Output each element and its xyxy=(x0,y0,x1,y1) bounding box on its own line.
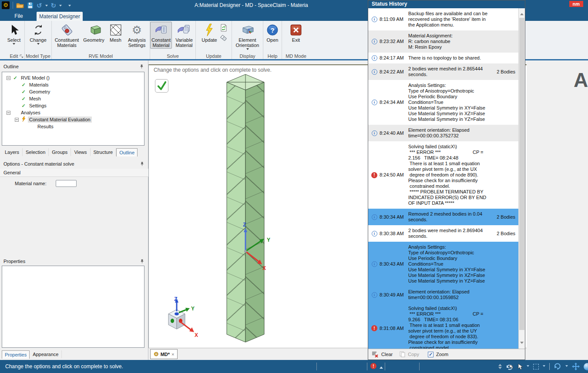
pin-icon[interactable] xyxy=(140,161,144,167)
error-icon: ! xyxy=(371,325,377,331)
mesh-button[interactable]: Mesh xyxy=(107,22,124,43)
rotate-view-icon[interactable] xyxy=(554,363,561,370)
constant-material-button[interactable]: Constant Material xyxy=(150,22,172,49)
undo-icon[interactable]: ↺ xyxy=(37,2,42,9)
app-logo-icon[interactable]: ⚙ xyxy=(2,1,10,9)
rve-model-view: Z Y X Z Y X xyxy=(149,65,369,348)
info-icon: i xyxy=(372,292,377,298)
eraser-icon[interactable] xyxy=(220,34,228,42)
status-entry[interactable]: i8:30:38 AM2 bodies were meshed in 2.869… xyxy=(368,225,518,242)
ribbon-group-display: Element Orientation Display xyxy=(232,21,263,59)
chevron-down-icon xyxy=(37,43,40,46)
units-badge: nm xyxy=(569,1,584,7)
tree-item[interactable]: ✓Settings xyxy=(2,102,144,109)
bottom-tab-appearance[interactable]: Appearance xyxy=(30,350,62,358)
dialog-launcher-icon[interactable] xyxy=(20,54,24,58)
status-entry[interactable]: i8:30:43 AMAnalysis Settings: Type of An… xyxy=(368,242,518,286)
undo-selection-icon[interactable] xyxy=(506,363,514,370)
document-tab-md[interactable]: ⚙ MD* × xyxy=(150,349,178,359)
tree-item[interactable]: Constant Material Evaluation xyxy=(2,116,144,123)
error-expand-icon[interactable] xyxy=(380,365,383,369)
check-icon: ✓ xyxy=(20,103,27,109)
undo-dropdown-icon[interactable] xyxy=(45,5,48,8)
client-background: An xyxy=(527,60,588,360)
spinner-icon[interactable] xyxy=(498,362,502,371)
y-axis-label: Y xyxy=(191,306,195,312)
chevron-down-icon[interactable] xyxy=(565,365,568,368)
tree-item[interactable]: ✓RVE Model () xyxy=(2,74,144,81)
element-orientation-button[interactable]: Element Orientation xyxy=(233,22,262,52)
save-icon[interactable] xyxy=(27,2,34,9)
tree-item[interactable]: ✓Mesh xyxy=(2,95,144,102)
divider xyxy=(385,363,385,370)
scroll-up-icon[interactable] xyxy=(520,11,524,15)
status-entry[interactable]: i8:30:49 AMElement orientation: Elapsed … xyxy=(368,286,518,303)
status-entry[interactable]: i8:24:40 AMElement orientation: Elapsed … xyxy=(368,125,518,141)
meshed-column[interactable] xyxy=(227,74,264,342)
geometry-button[interactable]: Geometry xyxy=(82,22,106,43)
entry-time: 8:30:38 AM xyxy=(380,231,408,236)
status-history-scrollbar[interactable] xyxy=(518,8,525,349)
variable-material-button[interactable]: Variable Material xyxy=(173,22,195,49)
panel-tab-layers[interactable]: Layers xyxy=(2,148,23,156)
material-name-input[interactable] xyxy=(56,180,77,187)
tree-expander-icon[interactable] xyxy=(7,111,10,115)
zoom-checkbox-label[interactable]: Zoom xyxy=(436,352,448,357)
scroll-thumb[interactable] xyxy=(519,18,524,330)
x-axis-label: X xyxy=(262,265,266,271)
help-open-button[interactable]: ? Open xyxy=(264,22,281,43)
status-entry[interactable]: i8:11:09 AMBackup files are available an… xyxy=(368,8,518,30)
status-entry[interactable]: !8:31:08 AMSolving failed (staticX\) ***… xyxy=(368,303,518,349)
tree-item[interactable]: Results xyxy=(2,123,144,130)
box-select-icon[interactable] xyxy=(533,364,539,370)
zoom-sphere-icon[interactable] xyxy=(584,363,588,370)
panel-tab-views[interactable]: Views xyxy=(71,148,90,156)
panel-tab-groups[interactable]: Groups xyxy=(49,148,71,156)
exit-button[interactable]: Exit xyxy=(286,22,306,43)
refresh-document-icon[interactable] xyxy=(220,24,228,32)
tree-expander-icon[interactable] xyxy=(15,118,19,122)
tree-item[interactable]: ✓Materials xyxy=(2,81,144,88)
select-button[interactable]: Select xyxy=(4,22,24,47)
close-tab-icon[interactable]: × xyxy=(171,352,174,357)
error-indicator-icon[interactable]: ! xyxy=(370,363,376,369)
chevron-down-icon[interactable] xyxy=(527,365,529,368)
redo-dropdown-icon[interactable] xyxy=(59,5,62,8)
clear-button[interactable]: Clear xyxy=(381,352,393,357)
panel-tab-outline[interactable]: Outline xyxy=(116,148,138,157)
select-cursor-icon[interactable] xyxy=(517,363,523,370)
panel-tab-structure[interactable]: Structure xyxy=(91,148,117,156)
tree-item[interactable]: Analyses xyxy=(2,109,144,116)
status-entry[interactable]: i8:24:34 AMAnalysis Settings: Type of An… xyxy=(368,80,518,125)
status-entry[interactable]: !8:24:50 AMSolving failed (staticX\) ***… xyxy=(368,141,518,209)
tab-file[interactable]: File xyxy=(3,11,34,21)
open-file-icon[interactable] xyxy=(16,2,24,8)
status-entry[interactable]: i8:23:32 AMMaterial Assignment: R: carbo… xyxy=(368,30,518,53)
update-button[interactable]: Update xyxy=(200,22,219,43)
analysis-settings-button[interactable]: ⚙ Analysis Settings xyxy=(125,22,149,49)
panel-tab-selection[interactable]: Selection xyxy=(23,148,49,156)
tree-item[interactable]: ✓Geometry xyxy=(2,88,144,95)
ribbon-group-md-mode: Exit MD Mode xyxy=(282,21,310,59)
status-entry[interactable]: i8:24:17 AMThere is no topology to be sh… xyxy=(368,53,518,63)
tree-expander-icon[interactable] xyxy=(7,76,10,80)
scroll-down-icon[interactable] xyxy=(520,342,524,346)
gear-icon: ⚙ xyxy=(132,24,142,36)
copy-button[interactable]: Copy xyxy=(408,352,419,357)
pin-icon[interactable] xyxy=(140,64,144,69)
status-entry[interactable]: i8:30:34 AMRemoved 2 meshed bodies in 0.… xyxy=(368,209,518,225)
pin-icon[interactable] xyxy=(140,259,144,264)
chevron-down-icon[interactable] xyxy=(543,365,545,368)
document-gear-icon: ⚙ xyxy=(154,351,159,357)
tab-material-designer[interactable]: Material Designer xyxy=(37,12,83,21)
change-button[interactable]: Change xyxy=(26,22,50,47)
bottom-tab-properties[interactable]: Properties xyxy=(2,350,30,359)
status-history-title[interactable]: Status History xyxy=(368,0,525,8)
zoom-checkbox[interactable]: ✓ xyxy=(428,352,433,357)
status-entry[interactable]: i8:24:22 AM2 bodies were meshed in 2.865… xyxy=(368,63,518,80)
redo-icon[interactable]: ↻ xyxy=(51,2,57,9)
clear-icon xyxy=(372,351,379,357)
pan-icon[interactable] xyxy=(572,363,580,370)
constituent-materials-button[interactable]: Constituent Materials xyxy=(53,22,81,49)
toolbar-overflow-icon[interactable] xyxy=(68,5,71,8)
